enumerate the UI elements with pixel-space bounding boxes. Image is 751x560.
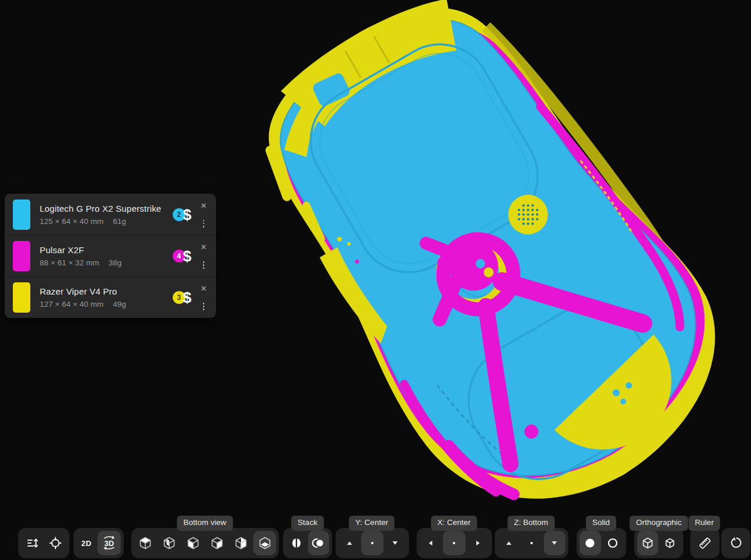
mouse-name: Logitech G Pro X2 Superstrike (40, 204, 173, 214)
z-align-bottom-button[interactable] (544, 531, 565, 555)
mode-3d-button[interactable]: 3D (97, 531, 121, 555)
triangle-right-icon (475, 540, 481, 546)
price-button[interactable]: 2 $ (173, 207, 191, 222)
mouse-weight: 49g (113, 300, 127, 309)
orthographic-cube-icon (641, 536, 655, 550)
left-view-button[interactable] (182, 531, 205, 555)
mouse-list-item: Pulsar X2F 88 × 61 × 32 mm 38g 4 $ × (5, 235, 216, 276)
mouse-weight: 38g (109, 258, 122, 267)
perspective-camera-button[interactable] (659, 531, 680, 555)
tooltip-bottom-view: Bottom view (177, 516, 233, 531)
tooltip-ruler: Ruler (689, 516, 720, 531)
cube-right-view-icon (209, 536, 225, 551)
x-align-left-button[interactable] (420, 531, 442, 555)
stack-button[interactable] (308, 531, 330, 555)
mouse-weight: 61g (113, 217, 127, 226)
cube-bottom-view-icon (257, 536, 273, 551)
perspective-cube-icon (663, 536, 677, 550)
reset-view-button[interactable] (724, 531, 747, 555)
y-align-bottom-button[interactable] (385, 531, 406, 555)
front-view-button[interactable] (158, 531, 181, 555)
color-swatch (13, 241, 30, 271)
hollow-circle-icon (606, 536, 620, 550)
app-root: { "colors": { "background": "#0a0a0a", "… (0, 0, 751, 560)
wireframe-render-button[interactable] (602, 531, 624, 555)
triangle-down-icon (551, 540, 557, 546)
dollar-icon: $ (183, 207, 191, 222)
mouse-name: Razer Viper V4 Pro (40, 286, 173, 296)
triangle-left-icon (428, 540, 434, 546)
price-button[interactable]: 4 $ (173, 249, 191, 264)
center-dot-icon (529, 540, 535, 546)
x-align-center-button[interactable] (443, 531, 465, 555)
solid-render-button[interactable] (579, 531, 601, 555)
mouse-name: Pulsar X2F (40, 245, 173, 255)
x-align-right-button[interactable] (467, 531, 489, 555)
2d-label: 2D (81, 539, 92, 548)
sort-by-size-button[interactable] (21, 531, 43, 555)
dollar-icon: $ (183, 290, 191, 305)
mouse-dimensions: 88 × 61 × 32 mm (40, 258, 99, 267)
mouse-list-panel: Logitech G Pro X2 Superstrike 125 × 64 ×… (5, 194, 216, 318)
dollar-icon: $ (183, 249, 191, 264)
y-align-top-button[interactable] (338, 531, 360, 555)
mouse-list-item: Razer Viper V4 Pro 127 × 64 × 40 mm 49g … (5, 276, 216, 318)
back-view-button[interactable] (229, 531, 252, 555)
orthographic-camera-button[interactable] (637, 531, 658, 555)
mouse-dimensions: 127 × 64 × 40 mm (40, 300, 104, 309)
reset-rotation-icon (729, 536, 743, 550)
tooltip-orthographic: Orthographic (630, 516, 688, 531)
price-button[interactable]: 3 $ (173, 290, 191, 305)
center-dot-icon (451, 540, 457, 546)
cube-back-view-icon (233, 536, 249, 551)
ruler-button[interactable] (693, 531, 717, 555)
mode-2d-button[interactable]: 2D (76, 531, 96, 555)
close-icon[interactable]: × (201, 242, 207, 252)
cube-left-view-icon (186, 536, 201, 551)
side-by-side-button[interactable] (286, 531, 307, 555)
recenter-button[interactable] (44, 531, 67, 555)
tooltip-stack: Stack (291, 516, 324, 531)
right-view-button[interactable] (205, 531, 228, 555)
tooltip-solid: Solid (586, 516, 616, 531)
bottom-view-button[interactable] (253, 531, 276, 555)
y-align-center-button[interactable] (361, 531, 383, 555)
z-align-top-button[interactable] (498, 531, 519, 555)
3d-rotate-icon: 3D (99, 534, 120, 552)
mouse-dimensions: 125 × 64 × 40 mm (40, 217, 104, 226)
color-swatch (13, 200, 30, 230)
triangle-down-icon (392, 540, 398, 546)
close-icon[interactable]: × (201, 284, 207, 293)
crosshair-icon (48, 536, 62, 550)
svg-text:3D: 3D (104, 539, 114, 548)
side-by-side-icon (289, 536, 303, 550)
tooltip-x-center: X: Center (431, 516, 477, 531)
stack-icon (311, 536, 326, 550)
close-icon[interactable]: × (201, 201, 207, 211)
cube-top-view-icon (138, 536, 153, 551)
color-swatch (13, 282, 30, 313)
sort-size-icon (25, 536, 39, 550)
solid-circle-icon (583, 536, 597, 550)
center-dot-icon (369, 540, 375, 546)
tooltip-z-bottom: Z: Bottom (508, 516, 555, 531)
ruler-icon (697, 536, 712, 551)
kebab-menu-icon[interactable] (201, 260, 207, 270)
tooltip-y-center: Y: Center (349, 516, 394, 531)
cube-front-view-icon (162, 536, 177, 551)
kebab-menu-icon[interactable] (201, 302, 207, 312)
triangle-up-icon (506, 540, 512, 546)
top-view-button[interactable] (134, 531, 157, 555)
kebab-menu-icon[interactable] (201, 219, 207, 229)
mouse-list-item: Logitech G Pro X2 Superstrike 125 × 64 ×… (5, 194, 216, 235)
triangle-up-icon (347, 540, 352, 546)
z-align-center-button[interactable] (521, 531, 542, 555)
